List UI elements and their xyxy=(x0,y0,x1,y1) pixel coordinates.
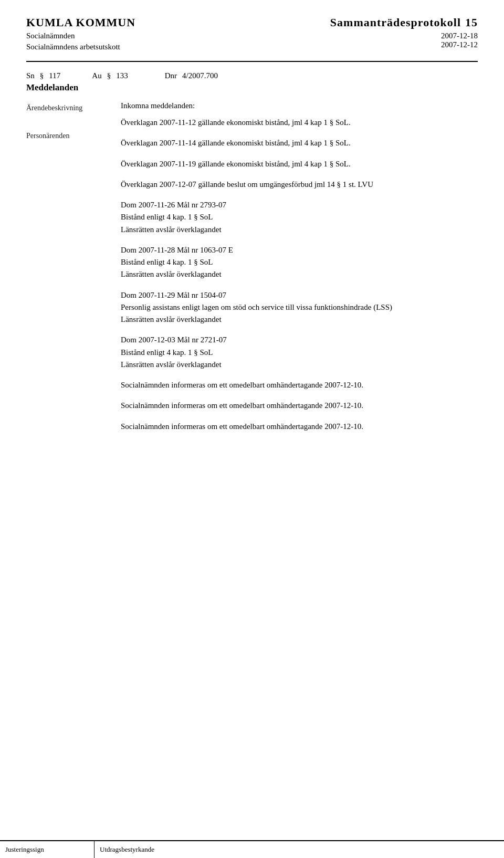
footer: Justeringssign Utdragsbestyrkande xyxy=(0,840,504,858)
header-dates: 2007-12-18 2007-12-12 xyxy=(441,32,478,49)
au-symbol: § xyxy=(107,71,111,80)
list-item: Dom 2007-12-03 Mål nr 2721-07 Bistånd en… xyxy=(121,334,478,371)
page: KUMLA KOMMUN Socialnämnden Socialnämnden… xyxy=(0,0,504,858)
item-2-text: Överklagan 2007-11-19 gällande ekonomisk… xyxy=(121,160,351,168)
item-1-text: Överklagan 2007-11-14 gällande ekonomisk… xyxy=(121,139,351,147)
item-9-text: Socialnämnden informeras om ett omedelba… xyxy=(121,401,363,410)
item-5-line2: Bistånd enligt 4 kap. 1 § SoL xyxy=(121,256,478,268)
header-right: Sammanträdesprotokoll 15 2007-12-18 2007… xyxy=(330,16,478,49)
item-0-text: Överklagan 2007-11-12 gällande ekonomisk… xyxy=(121,118,351,127)
list-item: Dom 2007-11-26 Mål nr 2793-07 Bistånd en… xyxy=(121,199,478,236)
footer-left: Justeringssign xyxy=(0,841,94,858)
date2: 2007-12-12 xyxy=(441,40,478,49)
inkomna-title: Inkomna meddelanden: xyxy=(121,101,478,110)
item-6-title: Dom 2007-11-29 Mål nr 1504-07 xyxy=(121,289,478,301)
item-10-text: Socialnämnden informeras om ett omedelba… xyxy=(121,422,363,431)
footer-right: Utdragsbestyrkande xyxy=(94,841,504,858)
left-labels: Ärendebeskrivning Personärenden xyxy=(26,101,121,441)
item-6-line3: Länsrätten avslår överklagandet xyxy=(121,313,478,326)
item-4-line3: Länsrätten avslår överklagandet xyxy=(121,224,478,236)
sn-item: Sn § 117 xyxy=(26,71,60,80)
item-5-line3: Länsrätten avslår överklagandet xyxy=(121,268,478,280)
list-item: Socialnämnden informeras om ett omedelba… xyxy=(121,379,478,391)
item-7-line3: Länsrätten avslår överklagandet xyxy=(121,359,478,371)
item-7-line2: Bistånd enligt 4 kap. 1 § SoL xyxy=(121,347,478,359)
content-area: Ärendebeskrivning Personärenden Inkomna … xyxy=(26,101,478,441)
au-item: Au § 133 Dnr 4/2007.700 xyxy=(92,71,218,80)
item-8-text: Socialnämnden informeras om ett omedelba… xyxy=(121,381,363,389)
item-4-line2: Bistånd enligt 4 kap. 1 § SoL xyxy=(121,211,478,223)
list-item: Socialnämnden informeras om ett omedelba… xyxy=(121,400,478,412)
item-3-text: Överklagan 2007-12-07 gällande beslut om… xyxy=(121,180,373,189)
list-item: Dom 2007-11-28 Mål nr 1063-07 E Bistånd … xyxy=(121,244,478,281)
item-4-title: Dom 2007-11-26 Mål nr 2793-07 xyxy=(121,199,478,211)
list-item: Socialnämnden informeras om ett omedelba… xyxy=(121,421,478,433)
list-item: Dom 2007-11-29 Mål nr 1504-07 Personlig … xyxy=(121,289,478,326)
meddelanden-title: Meddelanden xyxy=(26,82,478,93)
sn-number: 117 xyxy=(49,71,60,80)
date1: 2007-12-18 xyxy=(441,32,478,40)
org-sub: Socialnämndens arbetsutskott xyxy=(26,43,135,51)
item-5-title: Dom 2007-11-28 Mål nr 1063-07 E xyxy=(121,244,478,256)
list-item: Överklagan 2007-12-07 gällande beslut om… xyxy=(121,179,478,191)
dnr-label: Dnr xyxy=(165,71,177,80)
dnr-value: 4/2007.700 xyxy=(182,71,218,80)
list-item: Överklagan 2007-11-19 gällande ekonomisk… xyxy=(121,158,478,170)
list-item: Överklagan 2007-11-12 gällande ekonomisk… xyxy=(121,117,478,129)
header-left: KUMLA KOMMUN Socialnämnden Socialnämnden… xyxy=(26,16,135,51)
protocol-number: 15 xyxy=(465,16,478,29)
sn-au-row: Sn § 117 Au § 133 Dnr 4/2007.700 xyxy=(26,71,478,80)
sn-symbol: § xyxy=(40,71,44,80)
org-name: Socialnämnden xyxy=(26,32,135,40)
arendebeskrivning-label: Ärendebeskrivning xyxy=(26,102,121,113)
right-content: Inkomna meddelanden: Överklagan 2007-11-… xyxy=(121,101,478,441)
footer-left-label: Justeringssign xyxy=(5,845,44,853)
item-7-title: Dom 2007-12-03 Mål nr 2721-07 xyxy=(121,334,478,346)
personarenden-label: Personärenden xyxy=(26,130,121,141)
footer-right-label: Utdragsbestyrkande xyxy=(100,845,154,853)
sn-label: Sn xyxy=(26,71,35,80)
header: KUMLA KOMMUN Socialnämnden Socialnämnden… xyxy=(26,16,478,51)
au-label: Au xyxy=(92,71,101,80)
item-6-line2: Personlig assistans enligt lagen om stöd… xyxy=(121,301,478,313)
protocol-label-row: Sammanträdesprotokoll 15 xyxy=(330,16,478,29)
au-number: 133 xyxy=(116,71,128,80)
org-title: KUMLA KOMMUN xyxy=(26,16,135,29)
header-divider xyxy=(26,61,478,62)
protocol-label: Sammanträdesprotokoll xyxy=(330,16,461,29)
list-item: Överklagan 2007-11-14 gällande ekonomisk… xyxy=(121,137,478,149)
